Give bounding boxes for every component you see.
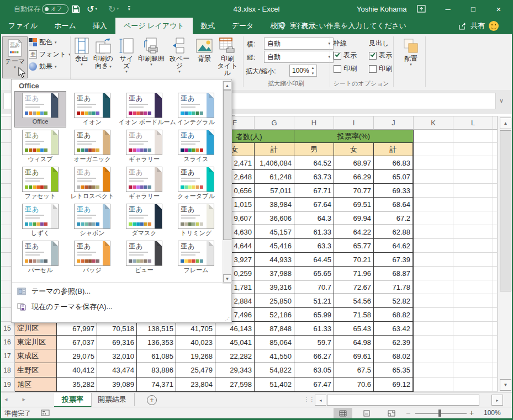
empty-cell[interactable]: [414, 308, 453, 322]
data-cell[interactable]: 71.96: [334, 267, 374, 280]
data-cell[interactable]: 23,804: [176, 378, 215, 392]
data-cell[interactable]: 66.27: [294, 349, 334, 363]
empty-cell[interactable]: [414, 156, 453, 170]
data-cell[interactable]: 62.88: [374, 225, 414, 239]
data-cell[interactable]: 45,157: [255, 225, 294, 239]
sub-header-cell[interactable]: 計: [374, 143, 414, 156]
empty-cell[interactable]: [453, 267, 493, 280]
empty-cell[interactable]: [414, 336, 453, 349]
theme-item-14[interactable]: 亜あダマスク: [119, 203, 170, 238]
data-cell[interactable]: 70.7: [294, 280, 334, 294]
empty-cell[interactable]: [414, 170, 453, 184]
column-header[interactable]: K: [414, 116, 453, 130]
data-cell[interactable]: 25,479: [176, 363, 215, 378]
empty-cell[interactable]: [493, 184, 498, 198]
empty-cell[interactable]: [453, 211, 493, 225]
empty-cell[interactable]: [414, 294, 453, 308]
data-cell[interactable]: 57,011: [255, 184, 294, 198]
empty-cell[interactable]: [414, 184, 453, 198]
empty-cell[interactable]: [493, 267, 498, 280]
data-cell[interactable]: 138,515: [137, 322, 176, 336]
row-header[interactable]: 15: [0, 322, 15, 336]
empty-cell[interactable]: [414, 253, 453, 267]
data-cell[interactable]: 39,316: [255, 280, 294, 294]
data-cell[interactable]: 54.56: [334, 294, 374, 308]
data-cell[interactable]: 64.62: [374, 239, 414, 253]
empty-cell[interactable]: [414, 130, 453, 143]
data-cell[interactable]: 65.43: [334, 322, 374, 336]
empty-cell[interactable]: [493, 363, 498, 378]
data-cell[interactable]: 70,518: [97, 322, 137, 336]
data-cell[interactable]: 61,248: [255, 170, 294, 184]
data-cell[interactable]: 46,143: [215, 322, 255, 336]
ward-name-cell[interactable]: 旭区: [15, 378, 57, 392]
empty-cell[interactable]: [453, 130, 493, 143]
zoom-out-button[interactable]: −: [406, 408, 410, 417]
empty-cell[interactable]: [453, 308, 493, 322]
theme-item-16[interactable]: 亜あパーセル: [15, 240, 66, 275]
data-cell[interactable]: 40,023: [176, 336, 215, 349]
empty-cell[interactable]: [493, 156, 498, 170]
data-cell[interactable]: 67.64: [294, 198, 334, 211]
data-cell[interactable]: 59.7: [294, 336, 334, 349]
data-cell[interactable]: 69.33: [374, 184, 414, 198]
empty-cell[interactable]: [414, 280, 453, 294]
data-cell[interactable]: 61.33: [294, 322, 334, 336]
theme-item-1[interactable]: 亜あイオン: [67, 92, 118, 127]
data-cell[interactable]: 69.94: [334, 211, 374, 225]
data-cell[interactable]: 69.51: [334, 198, 374, 211]
data-cell[interactable]: 68.82: [374, 308, 414, 322]
data-cell[interactable]: 63.3: [294, 239, 334, 253]
data-cell[interactable]: 65.77: [334, 239, 374, 253]
data-cell[interactable]: 64.52: [294, 156, 334, 170]
browse-themes-menu-item[interactable]: テーマの参照(B)...: [12, 284, 231, 299]
data-cell[interactable]: 67,997: [57, 322, 97, 336]
gallery-scrollbar[interactable]: ▲ ▼: [223, 81, 232, 284]
empty-cell[interactable]: [493, 308, 498, 322]
data-cell[interactable]: 62.39: [374, 336, 414, 349]
data-cell[interactable]: 68.97: [334, 156, 374, 170]
data-cell[interactable]: 70.77: [334, 184, 374, 198]
theme-item-2[interactable]: 亜あイオン ボードルーム: [119, 92, 170, 127]
page-layout-view-button[interactable]: [357, 408, 376, 418]
empty-cell[interactable]: [453, 280, 493, 294]
theme-item-11[interactable]: 亜あクォータブル: [171, 166, 221, 201]
column-header[interactable]: [493, 116, 498, 130]
sub-header-cell[interactable]: 女: [334, 143, 374, 156]
data-cell[interactable]: 45,041: [215, 336, 255, 349]
theme-item-13[interactable]: 亜あシャボン: [67, 203, 118, 238]
data-cell[interactable]: 68.87: [374, 267, 414, 280]
empty-cell[interactable]: [493, 349, 498, 363]
column-header[interactable]: J: [374, 116, 414, 130]
page-break-view-button[interactable]: [382, 408, 401, 418]
data-cell[interactable]: 1,406,084: [255, 156, 294, 170]
theme-item-10[interactable]: 亜あギャラリー: [119, 166, 170, 201]
normal-view-button[interactable]: [334, 408, 352, 418]
theme-item-3[interactable]: 亜あインテグラル: [171, 92, 221, 127]
dropdown-resize-grip[interactable]: ⋰: [225, 316, 230, 322]
data-cell[interactable]: 29,075: [57, 349, 97, 363]
empty-cell[interactable]: [453, 363, 493, 378]
empty-cell[interactable]: [453, 170, 493, 184]
theme-item-15[interactable]: 亜あトリミング: [171, 203, 221, 238]
data-cell[interactable]: 63.05: [294, 363, 334, 378]
column-header[interactable]: I: [334, 116, 374, 130]
data-cell[interactable]: 36,606: [255, 211, 294, 225]
horizontal-scrollbar-thumb[interactable]: [327, 395, 479, 406]
data-cell[interactable]: 40,412: [57, 363, 97, 378]
empty-cell[interactable]: [414, 143, 453, 156]
data-cell[interactable]: 72.67: [334, 280, 374, 294]
data-cell[interactable]: 54,822: [255, 363, 294, 378]
empty-cell[interactable]: [453, 349, 493, 363]
data-cell[interactable]: 61.33: [294, 225, 334, 239]
data-cell[interactable]: 65.65: [294, 267, 334, 280]
gallery-scrollbar-thumb[interactable]: [223, 90, 231, 240]
scroll-down-button[interactable]: ▼: [500, 379, 511, 391]
sheet-nav-arrows[interactable]: ◂ ▸: [4, 396, 32, 403]
macro-record-icon[interactable]: [41, 409, 50, 417]
empty-cell[interactable]: [453, 239, 493, 253]
new-sheet-button[interactable]: +: [147, 395, 157, 405]
row-header[interactable]: 19: [0, 378, 15, 392]
ward-name-cell[interactable]: 東淀川区: [15, 336, 57, 349]
empty-cell[interactable]: [414, 239, 453, 253]
